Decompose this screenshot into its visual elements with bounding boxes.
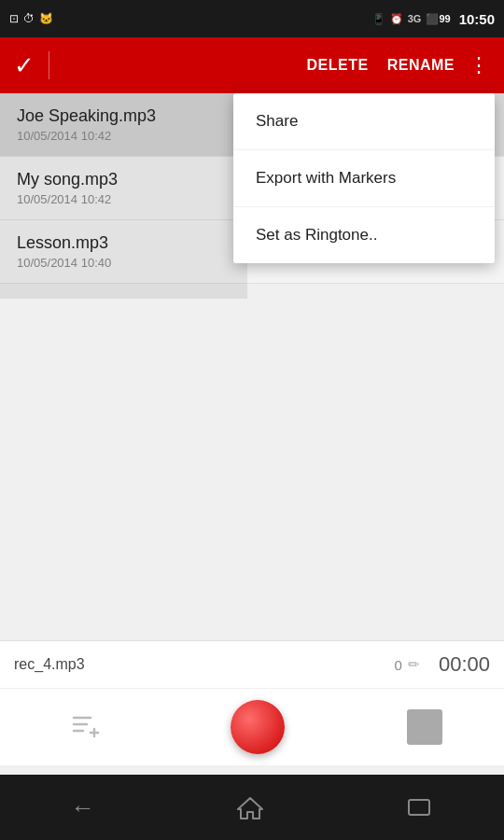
dropdown-menu: Share Export with Markers Set as Rington… (233, 93, 495, 263)
menu-item-share[interactable]: Share (233, 93, 495, 150)
phone-icon: 📱 (372, 13, 385, 25)
nav-bar: ← (0, 775, 504, 840)
bottom-bar: rec_4.mp3 0 ✏ 00:00 (0, 640, 504, 765)
checkmark-icon[interactable]: ✓ (14, 51, 35, 80)
status-bar: ⊡ ⏱ 🐱 📱 ⏰ 3G ⬛99 10:50 (0, 0, 504, 37)
add-marker-button[interactable] (62, 704, 108, 750)
toolbar: ✓ DELETE RENAME ⋮ (0, 37, 504, 93)
bottom-info: rec_4.mp3 0 ✏ 00:00 (0, 641, 504, 689)
back-button[interactable]: ← (71, 793, 95, 822)
alarm-icon: ⏰ (390, 13, 403, 25)
markers-count-area: 0 ✏ (395, 656, 420, 673)
toolbar-divider (49, 51, 49, 79)
rename-button[interactable]: RENAME (387, 57, 455, 74)
record-button[interactable] (231, 700, 285, 754)
more-button[interactable]: ⋮ (469, 53, 490, 77)
status-icons-left: ⊡ ⏱ 🐱 (9, 12, 53, 25)
delete-button[interactable]: DELETE (307, 57, 369, 74)
home-button[interactable] (236, 794, 264, 820)
status-icons-right: 📱 ⏰ 3G ⬛99 10:50 (372, 11, 495, 27)
svg-marker-5 (238, 798, 262, 819)
edit-icon: ✏ (408, 656, 420, 673)
stop-button[interactable] (407, 709, 442, 745)
recents-button[interactable] (405, 797, 433, 818)
recording-time: 00:00 (439, 652, 490, 677)
svg-rect-6 (409, 800, 429, 815)
bottom-controls (0, 689, 504, 765)
current-filename: rec_4.mp3 (14, 656, 395, 673)
clock-time: 10:50 (459, 11, 495, 27)
cat-icon: 🐱 (39, 12, 53, 25)
monitor-icon: ⊡ (9, 12, 19, 25)
menu-item-set-as-ringtone[interactable]: Set as Ringtone.. (233, 207, 495, 263)
network-3g-icon: 3G (408, 13, 422, 24)
menu-item-export-with-markers[interactable]: Export with Markers (233, 150, 495, 207)
battery-icon: ⬛99 (426, 13, 450, 25)
clock2-icon: ⏱ (23, 12, 35, 25)
markers-count: 0 (395, 657, 402, 673)
